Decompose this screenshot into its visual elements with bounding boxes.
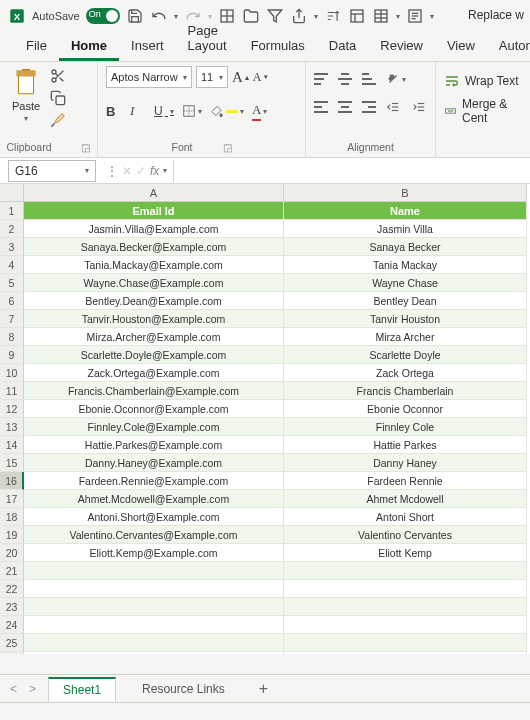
italic-button[interactable]: I [130, 102, 146, 120]
align-middle-icon[interactable] [338, 73, 352, 85]
row-header[interactable]: 24 [0, 616, 24, 634]
row-header[interactable]: 21 [0, 562, 24, 580]
row-header[interactable]: 10 [0, 364, 24, 382]
align-center-icon[interactable] [338, 101, 352, 113]
row-header[interactable]: 7 [0, 310, 24, 328]
cell[interactable]: Tania Mackay [284, 256, 527, 274]
cell[interactable]: Zack Ortega [284, 364, 527, 382]
qat-more-icon[interactable]: ▾ [430, 12, 434, 21]
cell[interactable]: Finnley Cole [284, 418, 527, 436]
align-top-icon[interactable] [314, 73, 328, 85]
save-icon[interactable] [126, 7, 144, 25]
select-all-corner[interactable] [0, 184, 24, 202]
tab-file[interactable]: File [14, 32, 59, 61]
row-header[interactable]: 2 [0, 220, 24, 238]
cut-icon[interactable] [50, 68, 66, 84]
cell[interactable]: Tanvir.Houston@Example.com [24, 310, 284, 328]
row-header[interactable]: 19 [0, 526, 24, 544]
row-header[interactable]: 4 [0, 256, 24, 274]
row-header[interactable]: 8 [0, 328, 24, 346]
tab-review[interactable]: Review [368, 32, 435, 61]
row-header[interactable]: 25 [0, 634, 24, 652]
cell[interactable] [24, 580, 284, 598]
sheet-tab-active[interactable]: Sheet1 [48, 677, 116, 701]
borders-button[interactable]: ▾ [182, 102, 202, 120]
open-icon[interactable] [242, 7, 260, 25]
sheet-nav-prev-icon[interactable]: < [10, 682, 17, 696]
form-icon[interactable] [406, 7, 424, 25]
cell[interactable]: Antoni Short [284, 508, 527, 526]
row-header[interactable]: 6 [0, 292, 24, 310]
spreadsheet-grid[interactable]: A B 123456789101112131415161718192021222… [0, 184, 530, 654]
row-header[interactable]: 22 [0, 580, 24, 598]
row-header[interactable]: 9 [0, 346, 24, 364]
row-header[interactable]: 3 [0, 238, 24, 256]
cell[interactable]: Mirza.Archer@Example.com [24, 328, 284, 346]
cell[interactable] [284, 598, 527, 616]
cell[interactable]: Ahmet.Mcdowell@Example.com [24, 490, 284, 508]
copy-icon[interactable] [50, 90, 66, 106]
font-dialog-icon[interactable]: ◲ [223, 142, 232, 153]
row-header[interactable]: 17 [0, 490, 24, 508]
cell[interactable] [284, 652, 527, 654]
row-header[interactable]: 15 [0, 454, 24, 472]
cell[interactable]: Tania.Mackay@Example.com [24, 256, 284, 274]
tab-data[interactable]: Data [317, 32, 368, 61]
fx-expand-icon[interactable]: ▾ [163, 166, 167, 175]
increase-font-icon[interactable]: A▴ [232, 68, 249, 86]
cell[interactable]: Jasmin Villa [284, 220, 527, 238]
tab-automate[interactable]: Automate [487, 32, 530, 61]
cell[interactable]: Scarlette Doyle [284, 346, 527, 364]
cell[interactable]: Zack.Ortega@Example.com [24, 364, 284, 382]
orientation-icon[interactable]: ab▾ [386, 70, 406, 88]
cell[interactable]: Scarlette.Doyle@Example.com [24, 346, 284, 364]
row-header[interactable]: 20 [0, 544, 24, 562]
clipboard-dialog-icon[interactable]: ◲ [81, 142, 90, 153]
table-icon[interactable] [348, 7, 366, 25]
cancel-formula-icon[interactable]: ✕ [122, 164, 132, 178]
layout-icon[interactable] [372, 7, 390, 25]
font-name-select[interactable]: Aptos Narrow▾ [106, 66, 192, 88]
align-bottom-icon[interactable] [362, 73, 376, 85]
row-header[interactable]: 16 [0, 472, 24, 490]
cell[interactable] [284, 580, 527, 598]
cell[interactable]: Wayne Chase [284, 274, 527, 292]
cell[interactable]: Finnley.Cole@Example.com [24, 418, 284, 436]
cell[interactable] [284, 562, 527, 580]
cell[interactable] [24, 598, 284, 616]
cell[interactable]: Eliott.Kemp@Example.com [24, 544, 284, 562]
decrease-font-icon[interactable]: A▾ [253, 68, 269, 86]
row-header[interactable]: 14 [0, 436, 24, 454]
align-right-icon[interactable] [362, 101, 376, 113]
cell[interactable]: Valentino Cervantes [284, 526, 527, 544]
add-sheet-icon[interactable]: + [259, 680, 268, 698]
cell[interactable]: Bentley Dean [284, 292, 527, 310]
cell[interactable]: Eliott Kemp [284, 544, 527, 562]
cell[interactable] [24, 562, 284, 580]
col-header-a[interactable]: A [24, 184, 284, 202]
tab-view[interactable]: View [435, 32, 487, 61]
paste-dropdown-icon[interactable]: ▾ [24, 114, 28, 123]
filter-icon[interactable] [266, 7, 284, 25]
row-header[interactable]: 23 [0, 598, 24, 616]
undo-icon[interactable] [150, 7, 168, 25]
align-left-icon[interactable] [314, 101, 328, 113]
cell[interactable]: Danny Haney [284, 454, 527, 472]
format-painter-icon[interactable] [50, 112, 66, 128]
cell[interactable]: Francis Chamberlain [284, 382, 527, 400]
enter-formula-icon[interactable]: ✓ [136, 164, 146, 178]
row-header[interactable]: 13 [0, 418, 24, 436]
redo-icon[interactable] [184, 7, 202, 25]
cell[interactable]: Name [284, 202, 527, 220]
tab-formulas[interactable]: Formulas [239, 32, 317, 61]
sort-icon[interactable] [324, 7, 342, 25]
cell[interactable] [24, 616, 284, 634]
col-header-b[interactable]: B [284, 184, 527, 202]
row-header[interactable]: 5 [0, 274, 24, 292]
cell[interactable] [284, 634, 527, 652]
cell[interactable]: Ebonie.Oconnor@Example.com [24, 400, 284, 418]
sheet-nav-next-icon[interactable]: > [29, 682, 36, 696]
share-dropdown-icon[interactable]: ▾ [314, 12, 318, 21]
name-box[interactable]: G16▾ [8, 160, 96, 182]
cell[interactable]: Fardeen.Rennie@Example.com [24, 472, 284, 490]
